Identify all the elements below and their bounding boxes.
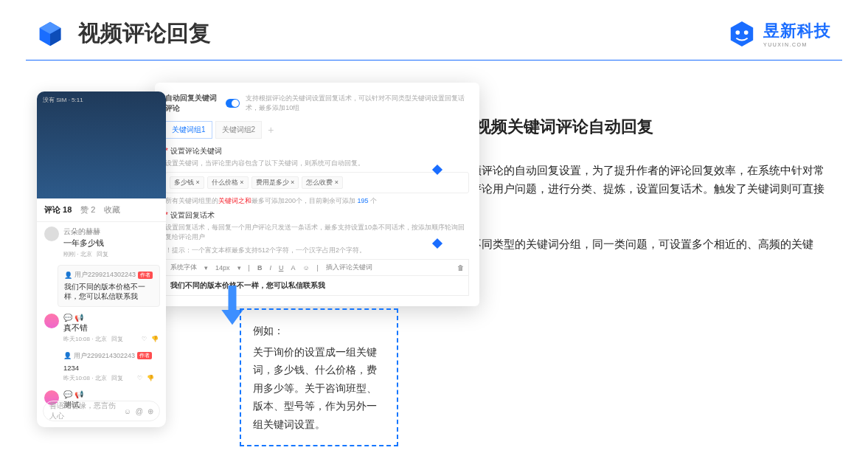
keyword-tags-input[interactable]: 多少钱 × 什么价格 × 费用是多少 × 怎么收费 ×	[165, 172, 469, 193]
tab-comments[interactable]: 评论 18	[44, 204, 72, 215]
page-title: 视频评论回复	[78, 18, 211, 49]
comment-input[interactable]: 善语结善缘，恶言伤人心 ☺ @ ⊕	[43, 401, 160, 421]
keyword-group-tab-1[interactable]: 关键词组1	[165, 121, 212, 139]
switch-desc: 支持根据评论的关键词设置回复话术，可以针对不同类型关键词设置回复话术，最多添加1…	[246, 94, 469, 113]
keyword-tag[interactable]: 费用是多少 ×	[251, 176, 299, 189]
auto-reply-bubble: 👤用户2299214302243作者 我们不同的版本价格不一样，您可以私信联系我	[58, 265, 160, 307]
gift-icon[interactable]: ⊕	[147, 407, 153, 415]
keyword-hint: 所有关键词组里的关键词之和最多可添加200个，目前剩余可添加 195 个	[165, 196, 469, 206]
tab-favorites[interactable]: 收藏	[104, 204, 120, 215]
logo-icon	[728, 20, 756, 48]
keyword-tag[interactable]: 多少钱 ×	[170, 176, 204, 189]
brand-logo: 昱新科技 YUUXIN.COM	[728, 20, 831, 48]
section-title: 短视频关键词评论自动回复	[459, 116, 653, 138]
tab-likes[interactable]: 赞 2	[80, 204, 95, 215]
reply-label: 设置回复话术	[165, 210, 469, 221]
switch-label: 自动回复关键词评论	[165, 93, 220, 114]
keyword-group-tab-2[interactable]: 关键词组2	[215, 121, 263, 139]
keywords-label: 设置评论关键词	[165, 146, 469, 156]
svg-point-0	[735, 30, 740, 35]
avatar	[44, 227, 59, 241]
example-box: 例如： 关于询价的设置成一组关键词，多少钱、什么价格，费用多少等。关于咨询班型、…	[240, 308, 398, 446]
cube-icon	[37, 21, 63, 47]
auto-reply-toggle[interactable]	[226, 99, 240, 108]
svg-rect-2	[229, 286, 237, 311]
svg-point-1	[744, 30, 749, 35]
editor-toolbar[interactable]: 系统字体▾ 14px▾ |BIUA☺| 插入评论关键词 🗑	[165, 259, 469, 276]
status-bar: 没有 SIM · 5:11	[43, 96, 160, 104]
settings-panel: 自动回复关键词评论 支持根据评论的关键词设置回复话术，可以针对不同类型关键词设置…	[155, 83, 479, 306]
add-group-button[interactable]: +	[268, 124, 274, 136]
phone-preview: 没有 SIM · 5:11 评论 18 赞 2 收藏 云朵的赫赫 一年多少钱 刚…	[37, 91, 166, 427]
delete-icon[interactable]: 🗑	[457, 264, 464, 272]
reply-editor[interactable]: 我们不同的版本价格不一样，您可以私信联系我	[165, 276, 469, 296]
keyword-tag[interactable]: 什么价格 ×	[207, 176, 249, 189]
avatar	[44, 314, 59, 328]
keyword-tag[interactable]: 怎么收费 ×	[302, 176, 343, 189]
feature-item: 支持不同类型的关键词分组，同一类问题，可设置多个相近的、高频的关键词。	[428, 235, 831, 273]
feature-item: 短视频评论的自动回复设置，为了提升作者的评论回复效率，在系统中针对常见的评论用户…	[428, 162, 831, 218]
emoji-icon[interactable]: ☺	[124, 407, 131, 415]
at-icon[interactable]: @	[136, 407, 143, 415]
